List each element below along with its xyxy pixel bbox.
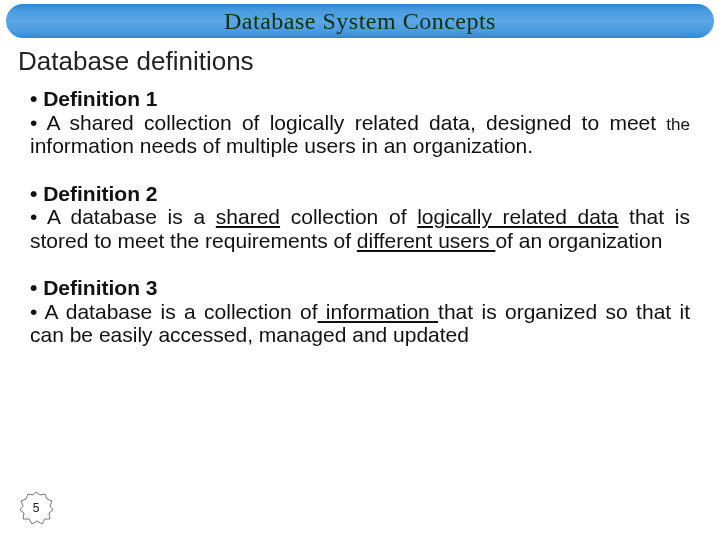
definition-body: • A shared collection of logically relat… (30, 111, 690, 158)
definition-block: • Definition 1 • A shared collection of … (30, 87, 690, 158)
definition-block: • Definition 2 • A database is a shared … (30, 182, 690, 253)
page-number: 5 (18, 490, 54, 526)
page-number-badge: 5 (18, 490, 54, 526)
header-bar: Database System Concepts (6, 4, 714, 38)
slide-subtitle: Database definitions (18, 46, 720, 77)
content-area: • Definition 1 • A shared collection of … (0, 77, 720, 347)
definition-body: • A database is a shared collection of l… (30, 205, 690, 252)
definition-body: • A database is a collection of informat… (30, 300, 690, 347)
slide-title: Database System Concepts (224, 8, 496, 35)
definition-label: • Definition 1 (30, 87, 690, 111)
definition-label: • Definition 3 (30, 276, 690, 300)
definition-label: • Definition 2 (30, 182, 690, 206)
definition-block: • Definition 3 • A database is a collect… (30, 276, 690, 347)
